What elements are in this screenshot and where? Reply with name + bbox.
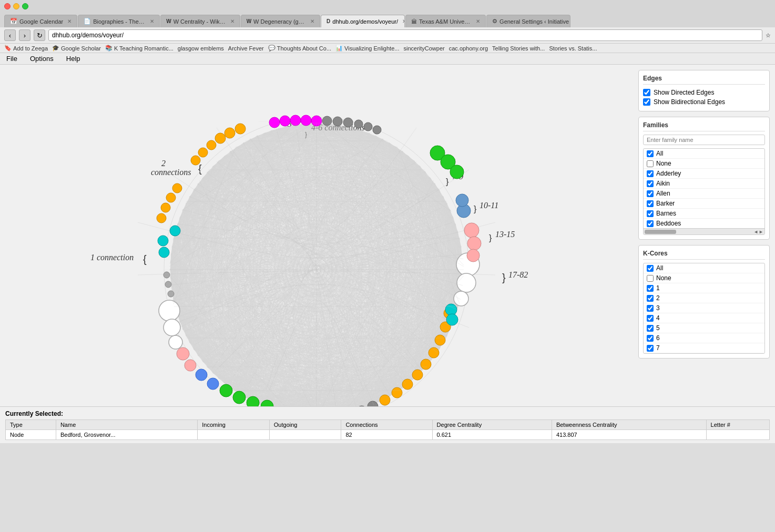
bookmark-add-zeega[interactable]: 🔖 Add to Zeega [4,45,48,52]
family-allen-checkbox[interactable] [647,190,654,197]
menu-file[interactable]: File [4,54,19,63]
svg-point-3520 [450,165,464,179]
kcore-5-checkbox[interactable] [647,325,654,332]
family-aikin-checkbox[interactable] [647,180,654,187]
kcore-1-checkbox[interactable] [647,285,654,292]
kcore-all-checkbox[interactable] [647,265,654,272]
tab-close-icon[interactable]: ✕ [310,18,314,24]
tab-general-settings[interactable]: ⚙ General Settings ‹ Initiative ✕ [486,15,570,27]
show-directed-checkbox[interactable] [643,89,650,96]
family-barnes-checkbox[interactable] [647,210,654,217]
tab-close-icon[interactable]: ✕ [150,18,154,24]
family-none-checkbox[interactable] [647,160,654,167]
forward-button[interactable]: › [19,29,30,41]
currently-selected-label: Currently Selected: [5,410,770,417]
bookmark-star-icon[interactable]: ☆ [766,32,771,39]
show-bidirectional-checkbox[interactable] [643,98,650,106]
tab-centrality[interactable]: W W Centrality - Wikipedia, the f... ✕ [160,15,240,27]
kcore-5-label: 5 [656,324,660,332]
bookmark-sincerity[interactable]: sincerityCowper [403,45,444,52]
minimize-button[interactable] [13,3,19,9]
family-barker-checkbox[interactable] [647,200,654,207]
tab-close-icon[interactable]: ✕ [230,18,234,24]
kcore-4-checkbox[interactable] [647,315,654,322]
kcore-7-checkbox[interactable] [647,345,654,352]
family-all-label: All [656,150,663,157]
graph-area[interactable]: 3 4-6 connections } 2 connections { 7-9 … [0,65,633,406]
scroll-right-icon[interactable]: ► [759,229,763,234]
tab-degeneracy[interactable]: W W Degeneracy (graph theory) - ✕ [241,15,320,27]
tab-biographies[interactable]: 📄 Biographies - The Letters of ✕ [78,15,160,27]
url-input[interactable] [48,29,762,41]
svg-text:17-82: 17-82 [508,270,528,279]
kcore-2-checkbox[interactable] [647,295,654,302]
svg-point-3502 [159,300,180,321]
bookmark-archive[interactable]: Archive Fever [228,45,264,52]
show-directed-row: Show Directed Edges [643,88,765,97]
tab-favicon: ⚙ [492,18,497,25]
main-content: 3 4-6 connections } 2 connections { 7-9 … [0,65,775,406]
show-directed-label: Show Directed Edges [654,89,714,96]
tab-close-icon[interactable]: ✕ [476,18,480,24]
tab-label: W Degeneracy (graph theory) - [253,18,306,25]
tab-texasam[interactable]: 🏛 Texas A&M University Libra... ✕ [405,15,486,27]
bookmark-label: sincerityCowper [403,45,444,52]
bookmark-google-scholar[interactable]: 🎓 Google Scholar [52,45,101,52]
svg-point-3480 [280,116,290,126]
bookmark-teaching[interactable]: 📚 K Teaching Romantic... [105,45,174,52]
close-button[interactable] [4,3,11,9]
family-name-input[interactable] [643,135,765,145]
tab-google-calendar[interactable]: 📅 Google Calendar ✕ [4,15,77,27]
kcore-6-checkbox[interactable] [647,335,654,342]
family-all-checkbox[interactable] [647,150,654,157]
kcore-item-6: 6 [644,333,764,343]
svg-point-3497 [165,281,171,288]
svg-text:connections: connections [151,168,191,177]
bookmark-stories[interactable]: Stories vs. Statis... [549,45,597,52]
kcore-item-4: 4 [644,313,764,323]
menu-options[interactable]: Options [28,54,56,63]
svg-point-3482 [301,115,311,126]
family-aikin-label: Aikin [656,180,670,187]
svg-point-3496 [164,272,170,278]
network-graph[interactable]: 3 4-6 connections } 2 connections { 7-9 … [0,65,633,406]
kcore-none-checkbox[interactable] [647,275,654,282]
family-item-barker: Barker [644,199,764,209]
bookmark-label: Google Scholar [61,45,101,52]
back-button[interactable]: ‹ [4,29,16,41]
svg-point-3503 [164,319,180,336]
tab-label: Biographies - The Letters of [93,18,146,25]
bookmark-thoughts[interactable]: 💬 Thoughts About Co... [268,45,331,52]
reload-button[interactable]: ↻ [34,29,45,41]
bookmark-cac[interactable]: cac.ophony.org [449,45,488,52]
svg-point-3531 [392,387,402,398]
bookmark-label: Visualizing Enlighte... [344,45,399,52]
col-degree: Degree Centrality [432,420,552,430]
kcore-7-label: 7 [656,344,660,352]
tab-close-icon[interactable]: ✕ [67,18,72,24]
tab-label: dhhub.org/demos/voyeur/ [332,18,398,25]
kcores-title: K-Cores [643,250,765,260]
family-item-none: None [644,159,764,169]
scroll-left-icon[interactable]: ◄ [753,229,758,234]
menu-help[interactable]: Help [64,54,83,63]
family-beddoes-checkbox[interactable] [647,220,654,227]
family-barker-label: Barker [656,200,675,207]
bookmark-glasgow[interactable]: glasgow emblems [178,45,224,52]
tab-close-icon[interactable]: ✕ [402,18,405,24]
table-row[interactable]: Node Bedford, Grosvenor... 82 0.621 413.… [6,430,770,440]
svg-text:}: } [502,272,506,283]
maximize-button[interactable] [22,3,28,9]
family-adderley-checkbox[interactable] [647,170,654,177]
svg-text:13-15: 13-15 [495,230,515,239]
svg-point-3536 [435,335,445,345]
kcore-3-checkbox[interactable] [647,305,654,312]
svg-point-3532 [402,379,413,390]
svg-point-3507 [464,223,479,238]
bookmark-telling[interactable]: Telling Stories with... [492,45,545,52]
tab-voyeur[interactable]: D dhhub.org/demos/voyeur/ ✕ [321,15,405,27]
svg-point-3506 [185,360,196,371]
bookmark-visualizing[interactable]: 📊 Visualizing Enlighte... [335,45,399,52]
cell-incoming [198,430,270,440]
svg-text:{: { [143,253,147,265]
